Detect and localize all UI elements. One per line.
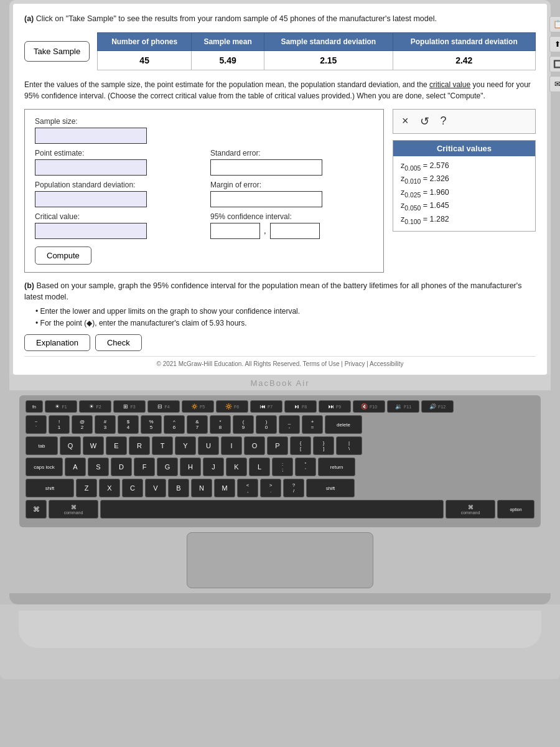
key-n[interactable]: N bbox=[191, 479, 212, 497]
fn-key[interactable]: fn bbox=[26, 400, 43, 413]
key-comma[interactable]: <, bbox=[237, 479, 258, 497]
margin-error-input[interactable] bbox=[210, 191, 322, 207]
key-j[interactable]: J bbox=[203, 458, 224, 476]
key-semicolon[interactable]: :; bbox=[272, 458, 293, 476]
key-period[interactable]: >. bbox=[260, 479, 281, 497]
compute-button[interactable]: Compute bbox=[35, 247, 91, 265]
conf-interval-upper[interactable] bbox=[270, 223, 320, 239]
key-z[interactable]: Z bbox=[76, 479, 97, 497]
take-sample-button[interactable]: Take Sample bbox=[24, 41, 90, 62]
key-y[interactable]: Y bbox=[175, 436, 196, 455]
key-m[interactable]: M bbox=[214, 479, 235, 497]
cv-row-3: z0.025 = 1.960 bbox=[401, 188, 528, 199]
key-delete[interactable]: delete bbox=[325, 415, 362, 434]
key-u[interactable]: U bbox=[198, 436, 219, 455]
cv-row-2: z0.010 = 2.326 bbox=[401, 174, 528, 185]
f12-key[interactable]: 🔊F12 bbox=[421, 400, 454, 413]
close-icon[interactable]: × bbox=[402, 115, 409, 128]
key-backtick[interactable]: ~` bbox=[26, 415, 47, 434]
key-r[interactable]: R bbox=[129, 436, 150, 455]
key-backslash[interactable]: |\ bbox=[336, 436, 362, 455]
critical-value-input[interactable] bbox=[35, 223, 147, 239]
key-2[interactable]: @2 bbox=[72, 415, 93, 434]
key-9[interactable]: (9 bbox=[233, 415, 254, 434]
key-b[interactable]: B bbox=[168, 479, 189, 497]
key-f[interactable]: F bbox=[134, 458, 155, 476]
key-q[interactable]: Q bbox=[60, 436, 81, 455]
key-8[interactable]: *8 bbox=[210, 415, 231, 434]
key-l[interactable]: L bbox=[249, 458, 270, 476]
f1-key[interactable]: ☀F1 bbox=[45, 400, 77, 413]
sample-size-label: Sample size: bbox=[35, 117, 373, 126]
help-icon[interactable]: ? bbox=[441, 115, 447, 128]
key-a[interactable]: A bbox=[65, 458, 86, 476]
key-c[interactable]: C bbox=[122, 479, 143, 497]
f5-key[interactable]: 🔅F5 bbox=[182, 400, 214, 413]
f10-key[interactable]: 🔇F10 bbox=[353, 400, 385, 413]
pop-std-dev-input[interactable] bbox=[35, 191, 147, 207]
key-v[interactable]: V bbox=[145, 479, 166, 497]
right-icon-1[interactable]: 📋 bbox=[549, 16, 560, 32]
right-icon-3[interactable]: 🔲 bbox=[549, 56, 560, 72]
key-shift-right[interactable]: shift bbox=[306, 479, 355, 497]
f9-key[interactable]: ⏭F9 bbox=[319, 400, 351, 413]
key-p[interactable]: P bbox=[267, 436, 288, 455]
key-i[interactable]: I bbox=[221, 436, 242, 455]
sample-size-input[interactable] bbox=[35, 128, 147, 144]
keyboard: fn ☀F1 ☀F2 ⊞F3 ⊟F4 🔅F5 🔆F6 bbox=[19, 395, 541, 527]
f3-key[interactable]: ⊞F3 bbox=[113, 400, 146, 413]
key-equals[interactable]: += bbox=[302, 415, 323, 434]
key-shift-left[interactable]: shift bbox=[26, 479, 74, 497]
right-icon-4[interactable]: ✉ bbox=[549, 76, 560, 92]
key-slash[interactable]: ?/ bbox=[283, 479, 304, 497]
col-header-pop-std: Population standard deviation bbox=[393, 32, 535, 50]
key-7[interactable]: &7 bbox=[187, 415, 208, 434]
key-minus[interactable]: _- bbox=[279, 415, 300, 434]
key-cmd-symbol-left[interactable]: ⌘ bbox=[26, 500, 47, 519]
trackpad[interactable] bbox=[187, 532, 373, 588]
key-quote[interactable]: "' bbox=[295, 458, 316, 476]
f11-key[interactable]: 🔉F11 bbox=[387, 400, 419, 413]
f6-key[interactable]: 🔆F6 bbox=[216, 400, 248, 413]
key-0[interactable]: )0 bbox=[256, 415, 277, 434]
key-k[interactable]: K bbox=[226, 458, 247, 476]
footer: © 2021 McGraw-Hill Education. All Rights… bbox=[24, 356, 536, 367]
key-return[interactable]: return bbox=[318, 458, 355, 476]
key-h[interactable]: H bbox=[180, 458, 201, 476]
std-error-input[interactable] bbox=[210, 159, 322, 176]
section-b-label: (b) Based on your sample, graph the 95% … bbox=[24, 280, 536, 304]
key-t[interactable]: T bbox=[152, 436, 173, 455]
cell-sample-std: 2.15 bbox=[264, 50, 393, 70]
key-option-right[interactable]: option bbox=[497, 500, 534, 519]
key-rbracket[interactable]: }] bbox=[313, 436, 334, 455]
key-lbracket[interactable]: {[ bbox=[290, 436, 311, 455]
key-tab[interactable]: tab bbox=[26, 436, 58, 455]
key-3[interactable]: #3 bbox=[95, 415, 116, 434]
f7-key[interactable]: ⏮F7 bbox=[250, 400, 282, 413]
key-e[interactable]: E bbox=[106, 436, 127, 455]
key-s[interactable]: S bbox=[88, 458, 109, 476]
f2-key[interactable]: ☀F2 bbox=[79, 400, 111, 413]
check-button[interactable]: Check bbox=[95, 334, 142, 351]
point-estimate-input[interactable] bbox=[35, 159, 147, 176]
f8-key[interactable]: ⏯F8 bbox=[284, 400, 317, 413]
key-4[interactable]: $4 bbox=[118, 415, 139, 434]
key-option-left[interactable]: ⌘ command bbox=[49, 500, 98, 519]
explanation-button[interactable]: Explanation bbox=[24, 334, 90, 351]
key-x[interactable]: X bbox=[99, 479, 120, 497]
conf-interval-lower[interactable] bbox=[210, 223, 260, 239]
key-6[interactable]: ^6 bbox=[164, 415, 185, 434]
key-cmd-right[interactable]: ⌘ command bbox=[446, 500, 495, 519]
key-o[interactable]: O bbox=[244, 436, 265, 455]
key-1[interactable]: !1 bbox=[49, 415, 70, 434]
key-space[interactable] bbox=[100, 500, 444, 519]
key-d[interactable]: D bbox=[111, 458, 132, 476]
refresh-icon[interactable]: ↺ bbox=[420, 115, 429, 128]
key-5[interactable]: %5 bbox=[141, 415, 162, 434]
f4-key[interactable]: ⊟F4 bbox=[147, 400, 180, 413]
key-capslock[interactable]: caps lock bbox=[26, 458, 63, 476]
key-w[interactable]: W bbox=[83, 436, 104, 455]
right-icon-2[interactable]: ⬆ bbox=[549, 36, 560, 52]
col-header-mean: Sample mean bbox=[192, 32, 264, 50]
key-g[interactable]: G bbox=[157, 458, 178, 476]
